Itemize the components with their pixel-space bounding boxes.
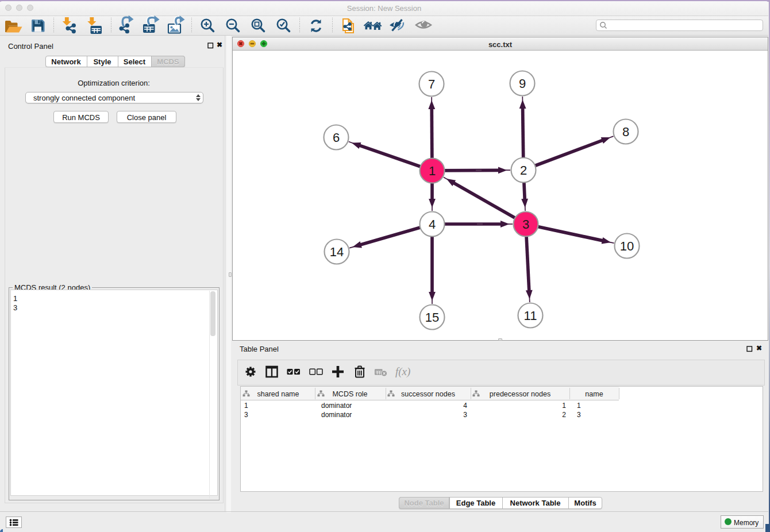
svg-text:9: 9 bbox=[519, 76, 526, 91]
svg-text:14: 14 bbox=[330, 245, 344, 259]
svg-text:7: 7 bbox=[428, 77, 435, 91]
svg-text:1: 1 bbox=[429, 164, 436, 178]
svg-text:15: 15 bbox=[425, 310, 439, 325]
svg-text:4: 4 bbox=[429, 217, 436, 232]
svg-text:8: 8 bbox=[622, 125, 629, 139]
svg-text:10: 10 bbox=[620, 239, 634, 253]
svg-text:11: 11 bbox=[524, 309, 537, 323]
svg-text:6: 6 bbox=[333, 130, 340, 145]
svg-text:3: 3 bbox=[522, 217, 529, 232]
svg-text:2: 2 bbox=[520, 163, 527, 178]
